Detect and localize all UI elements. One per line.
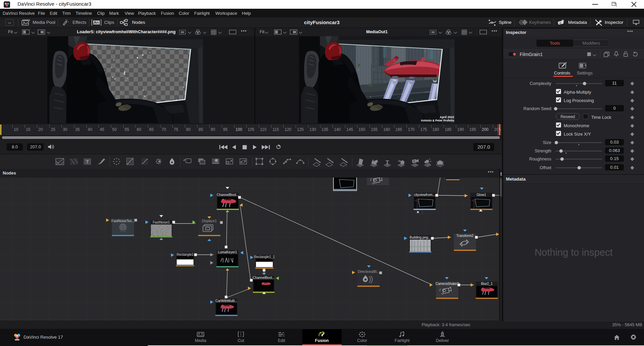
svg-text:Displace1: Displace1 xyxy=(202,219,217,223)
svg-text:T: T xyxy=(386,159,389,166)
svg-text:CarWithMulit...: CarWithMulit... xyxy=(215,299,238,303)
svg-text:ChannelBool...: ChannelBool... xyxy=(253,276,275,280)
svg-text:CameraShake2: CameraShake2 xyxy=(435,282,459,286)
svg-text:April 2022: April 2022 xyxy=(440,115,454,119)
svg-text:T: T xyxy=(86,159,89,164)
svg-text:ChannelBool...: ChannelBool... xyxy=(217,193,239,197)
svg-text:Building.png...: Building.png... xyxy=(410,236,431,239)
svg-text:FastNoiseTex...: FastNoiseTex... xyxy=(112,219,135,223)
svg-text:Antonio & Peter Profetto: Antonio & Peter Profetto xyxy=(421,119,454,122)
svg-text:Transform2: Transform2 xyxy=(457,234,474,238)
svg-text:LumaKeyer1: LumaKeyer1 xyxy=(218,250,237,254)
svg-text:Rectangle1_1: Rectangle1_1 xyxy=(254,255,275,259)
svg-text:Rectangle1: Rectangle1 xyxy=(177,253,194,256)
svg-text:Glow1: Glow1 xyxy=(477,193,486,197)
svg-text:DirectionalBl...: DirectionalBl... xyxy=(358,270,379,274)
svg-text:FastNoise1: FastNoise1 xyxy=(153,220,170,224)
svg-text:Blur2_1: Blur2_1 xyxy=(481,282,493,286)
svg-text:cityviewfrom...: cityviewfrom... xyxy=(414,193,435,197)
